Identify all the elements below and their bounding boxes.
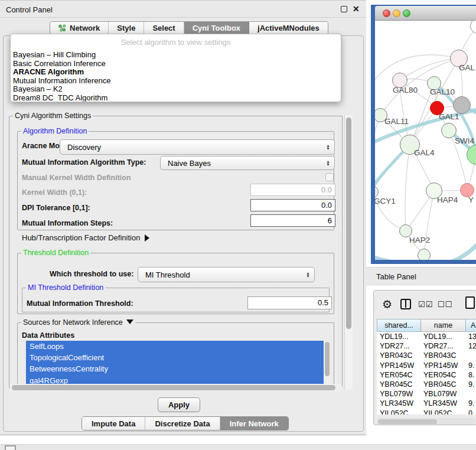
node-label: GAL (459, 63, 475, 72)
close-icon[interactable]: ✕ (353, 4, 360, 14)
bottom-tabs: Impute Data Discretize Data Infer Networ… (81, 416, 289, 431)
algorithm-dropdown-popup: Select algorithm to view settings Bayesi… (10, 34, 341, 102)
algorithm-option[interactable]: Bayesian – Hill Climbing (11, 51, 341, 60)
algorithm-option[interactable]: Mutual Information Inference (11, 77, 341, 86)
column-header-name[interactable]: name (420, 319, 465, 332)
status-bar (0, 444, 476, 450)
node-label: GCY1 (375, 197, 396, 206)
apply-button[interactable]: Apply (158, 397, 200, 412)
node-label: GAL11 (384, 117, 409, 126)
split-columns-icon[interactable] (400, 299, 411, 309)
node-label: Y (468, 195, 474, 204)
node-label: GAL4 (414, 148, 435, 157)
stepper-arrows-icon: ▲▼ (326, 160, 330, 166)
table-panel: ⚙ ☑☑ ☐☐ shared... name A YDL19...YDL19..… (373, 290, 476, 425)
stepper-arrows-icon: ▲▼ (326, 144, 330, 150)
table-row[interactable]: YIL052CYIL052C0. (377, 409, 476, 415)
attribute-list-scrollbar[interactable] (324, 341, 330, 386)
algorithm-option[interactable]: Dream8 DC_TDC Algorithm (11, 94, 341, 102)
kernel-width-field: 0.0 (250, 184, 335, 196)
scrollbar-thumb[interactable] (12, 385, 335, 390)
gear-icon[interactable]: ⚙ (382, 298, 392, 311)
expanded-arrow-icon (126, 319, 133, 324)
resize-grip[interactable] (5, 445, 16, 450)
tab-jactivemnodules[interactable]: jActiveMNodules (249, 22, 328, 34)
manual-kernel-width-label: Manual Kernel Width Definition (22, 174, 131, 182)
manual-kernel-width-checkbox[interactable] (325, 173, 334, 181)
table-row[interactable]: YPR145WYPR145W9. (377, 361, 476, 370)
checked-pair-icon[interactable]: ☑☑ (418, 300, 433, 309)
tab-network-label: Network (70, 24, 100, 32)
screen: Control Panel ✕ Network Style Select Cyn… (0, 0, 476, 450)
control-panel-titlebar: Control Panel ✕ (0, 0, 366, 18)
node-label: SWI4 (455, 136, 474, 145)
close-traffic-light-icon[interactable] (383, 9, 390, 17)
hub-definition-toggle[interactable]: Hub/Transcription Factor Definition (22, 233, 149, 242)
unchecked-pair-icon[interactable]: ☐☐ (438, 300, 452, 309)
zoom-traffic-light-icon[interactable] (403, 9, 410, 17)
control-panel-title: Control Panel (6, 5, 53, 14)
attribute-item-selected[interactable]: BetweennessCentrality (26, 363, 330, 374)
settings-vertical-scrollbar[interactable] (344, 115, 353, 390)
node[interactable] (418, 249, 431, 260)
node-label: HAP4 (437, 195, 458, 204)
table-row[interactable]: YBR043CYBR043C (377, 351, 476, 360)
algorithm-option[interactable]: Bayesian – K2 (11, 85, 341, 94)
algorithm-definition-title: Algorithm Definition (21, 127, 89, 135)
attribute-item-selected[interactable]: TopologicalCoefficient (26, 352, 330, 363)
node-table: shared... name A YDL19...YDL19...13 YDR2… (377, 319, 476, 415)
data-attributes-label: Data Attributes (22, 331, 74, 340)
node-label: GAL80 (393, 86, 418, 94)
mi-threshold-label: Mutual Information Threshold: (27, 299, 133, 308)
minimize-traffic-light-icon[interactable] (393, 9, 400, 17)
dpi-tolerance-field[interactable]: 0.0 (250, 199, 335, 211)
settings-horizontal-scrollbar[interactable] (9, 384, 343, 392)
mi-steps-field[interactable]: 6 (250, 214, 335, 227)
float-window-icon[interactable] (341, 6, 347, 12)
which-threshold-select[interactable]: MI Threshold ▲▼ (138, 267, 315, 282)
document-icon[interactable] (465, 296, 475, 309)
table-horizontal-scrollbar[interactable] (377, 418, 476, 425)
network-window-titlebar[interactable] (375, 6, 476, 21)
column-header-partial[interactable]: A (465, 319, 476, 332)
table-header-row: shared... name A (377, 319, 476, 332)
table-row[interactable]: YBL079WYBL079W (377, 389, 476, 399)
table-row[interactable]: YER054CYER054C8. (377, 370, 476, 380)
sources-group-title[interactable]: Sources for Network Inference (21, 318, 135, 327)
tab-network[interactable]: Network (50, 22, 109, 34)
column-header-shared-name[interactable]: shared... (377, 319, 420, 332)
mi-algorithm-type-select[interactable]: Naive Bayes ▲▼ (160, 156, 335, 170)
mi-steps-label: Mutual Information Steps: (22, 219, 113, 227)
algorithm-option[interactable]: Basic Correlation Inference (11, 60, 341, 69)
tab-cyni-toolbox[interactable]: Cyni Toolbox (184, 22, 249, 34)
tab-infer-network[interactable]: Infer Network (220, 417, 288, 430)
table-toolbar: ⚙ ☑☑ ☐☐ (374, 296, 476, 314)
tab-select[interactable]: Select (144, 22, 184, 34)
table-row[interactable]: YDR27...YDR27...12 (377, 341, 476, 351)
node-gray[interactable] (453, 96, 471, 114)
cyni-algorithm-settings-title: Cyni Algorithm Settings (13, 112, 93, 120)
stepper-arrows-icon: ▲▼ (306, 272, 310, 278)
threshold-definition-title: Threshold Definition (21, 249, 90, 257)
table-row[interactable]: YLR345WYLR345W9. (377, 399, 476, 408)
dpi-tolerance-label: DPI Tolerance [0,1]: (22, 204, 90, 212)
collapsed-arrow-icon (145, 234, 149, 242)
aracne-mode-select[interactable]: Discovery ▲▼ (60, 139, 335, 155)
mi-algorithm-type-label: Mutual Information Algorithm Type: (22, 158, 146, 167)
algorithm-option-selected[interactable]: ARACNE Algorithm (11, 68, 341, 77)
table-row[interactable]: YDL19...YDL19...13 (377, 332, 476, 341)
tab-style[interactable]: Style (109, 22, 144, 34)
algorithm-dropdown-placeholder: Select algorithm to view settings (11, 34, 341, 51)
scrollbar-thumb[interactable] (378, 419, 437, 424)
attribute-item-selected[interactable]: SelfLoops (26, 341, 330, 352)
tab-discretize-data[interactable]: Discretize Data (145, 417, 220, 430)
network-canvas[interactable]: GAL GAL80 GAL10 GAL1 GAL11 SWI4 GAL4 GCY… (375, 21, 476, 260)
data-attributes-list: SelfLoops TopologicalCoefficient Between… (26, 341, 330, 386)
network-window: GAL GAL80 GAL10 GAL1 GAL11 SWI4 GAL4 GCY… (371, 5, 476, 264)
scrollbar-thumb[interactable] (346, 118, 351, 329)
node-label: GAL10 (430, 87, 455, 96)
mi-threshold-group-title: MI Threshold Definition (26, 283, 105, 292)
mi-threshold-field[interactable]: 0.5 (247, 296, 332, 309)
table-row[interactable]: YBR045CYBR045C9. (377, 380, 476, 389)
tab-impute-data[interactable]: Impute Data (82, 417, 145, 430)
